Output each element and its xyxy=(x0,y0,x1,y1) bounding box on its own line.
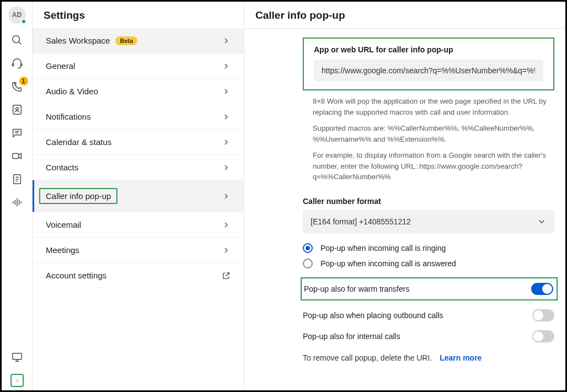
toggle-label: Pop-up also when placing outbound calls xyxy=(303,311,443,320)
contacts-icon[interactable] xyxy=(10,103,24,116)
app-frame: AD 1 Settings Sales Workspace Beta xyxy=(0,0,567,392)
settings-item-general[interactable]: General xyxy=(33,53,244,79)
settings-item-sales-workspace[interactable]: Sales Workspace Beta xyxy=(33,28,244,53)
avatar-initials: AD xyxy=(12,11,22,19)
chevron-right-icon xyxy=(222,112,231,121)
radio-label: Pop-up when incoming call is ringing xyxy=(320,244,446,253)
settings-panel: Settings Sales Workspace Beta General Au… xyxy=(33,2,244,390)
settings-item-calendar-status[interactable]: Calendar & status xyxy=(33,130,244,155)
chevron-right-icon xyxy=(222,221,231,229)
settings-title: Settings xyxy=(33,2,244,28)
avatar[interactable]: AD xyxy=(8,6,26,24)
settings-item-label: Contacts xyxy=(46,163,78,172)
remove-note-text: To remove call popup, delete the URI. xyxy=(303,353,432,362)
main-title: Caller info pop-up xyxy=(244,2,565,29)
url-section: App or web URL for caller info pop-up xyxy=(303,37,554,90)
chevron-right-icon xyxy=(222,62,231,71)
format-label: Caller number format xyxy=(303,197,554,206)
chevron-right-icon xyxy=(222,246,231,255)
radio-label: Pop-up when incoming call is answered xyxy=(320,259,456,268)
icon-rail: AD 1 xyxy=(2,2,33,390)
settings-item-label: Calendar & status xyxy=(46,137,111,147)
settings-item-label: Caller info pop-up xyxy=(39,188,117,204)
settings-item-voicemail[interactable]: Voicemail xyxy=(33,212,244,238)
help-text: 8×8 Work will pop the application or the… xyxy=(313,96,554,182)
desktop-icon[interactable] xyxy=(10,351,24,364)
svg-rect-16 xyxy=(12,353,22,359)
format-select[interactable]: [E164 format] +14085551212 xyxy=(303,210,554,233)
chevron-down-icon xyxy=(537,217,547,227)
main-body: App or web URL for caller info pop-up 8×… xyxy=(244,29,565,373)
chevron-right-icon xyxy=(222,138,231,147)
headset-icon[interactable] xyxy=(10,57,24,70)
toggle-switch[interactable] xyxy=(531,283,553,295)
settings-item-account-settings[interactable]: Account settings xyxy=(33,263,244,288)
settings-item-label: Notifications xyxy=(46,112,91,121)
svg-line-1 xyxy=(18,42,21,45)
svg-point-19 xyxy=(17,380,18,381)
toggle-outbound: Pop-up also when placing outbound calls xyxy=(303,309,554,321)
svg-rect-6 xyxy=(12,153,18,158)
help-p1: 8×8 Work will pop the application or the… xyxy=(313,96,554,117)
settings-item-audio-video[interactable]: Audio & Video xyxy=(33,79,244,104)
toggle-internal: Pop-up also for internal calls xyxy=(303,330,554,342)
beta-chip: Beta xyxy=(115,36,137,45)
svg-point-3 xyxy=(15,108,18,110)
settings-item-notifications[interactable]: Notifications xyxy=(33,104,244,130)
settings-item-label: Voicemail xyxy=(46,220,81,229)
settings-item-label: Meetings xyxy=(46,245,79,255)
document-icon[interactable] xyxy=(10,173,24,186)
chevron-right-icon xyxy=(222,163,231,172)
url-section-label: App or web URL for caller info pop-up xyxy=(314,45,543,54)
settings-item-label: Sales Workspace xyxy=(46,36,110,45)
settings-item-label: Account settings xyxy=(46,271,106,280)
phone-badge: 1 xyxy=(19,77,28,85)
settings-item-label: General xyxy=(46,61,75,71)
chevron-right-icon xyxy=(222,87,231,96)
toggle-label: Pop-up also for warm transfers xyxy=(304,284,409,293)
video-icon[interactable] xyxy=(10,149,24,163)
settings-item-contacts[interactable]: Contacts xyxy=(33,155,244,180)
phone-icon[interactable]: 1 xyxy=(10,80,24,93)
status-dot-icon xyxy=(21,19,26,24)
search-icon[interactable] xyxy=(10,34,24,47)
radio-answered[interactable]: Pop-up when incoming call is answered xyxy=(303,259,554,269)
radio-unchecked-icon xyxy=(303,259,313,269)
settings-item-label: Audio & Video xyxy=(46,87,98,96)
toggle-label: Pop-up also for internal calls xyxy=(303,332,400,341)
url-input[interactable] xyxy=(314,60,543,82)
help-p3: For example, to display information from… xyxy=(313,150,554,182)
help-p2: Supported macros are: %%CallerNumber%%, … xyxy=(313,123,554,144)
main-panel: Caller info pop-up App or web URL for ca… xyxy=(244,2,565,390)
external-link-icon xyxy=(222,271,231,280)
radio-checked-icon xyxy=(303,243,313,253)
toggle-switch[interactable] xyxy=(532,330,554,342)
settings-item-caller-info[interactable]: Caller info pop-up xyxy=(33,180,244,212)
chevron-right-icon xyxy=(222,192,231,201)
radio-ringing[interactable]: Pop-up when incoming call is ringing xyxy=(303,243,554,253)
svg-point-0 xyxy=(12,36,19,43)
format-selected: [E164 format] +14085551212 xyxy=(311,217,411,226)
chat-icon[interactable] xyxy=(10,126,24,139)
waveform-icon[interactable] xyxy=(10,196,24,209)
chevron-right-icon xyxy=(222,36,231,45)
toggle-warm-transfers: Pop-up also for warm transfers xyxy=(301,277,558,300)
toggle-switch[interactable] xyxy=(532,309,554,321)
settings-icon[interactable] xyxy=(10,374,24,387)
settings-item-meetings[interactable]: Meetings xyxy=(33,238,244,263)
learn-more-link[interactable]: Learn more xyxy=(440,353,482,362)
remove-note-row: To remove call popup, delete the URI. Le… xyxy=(303,353,554,362)
settings-list: Sales Workspace Beta General Audio & Vid… xyxy=(33,28,244,288)
